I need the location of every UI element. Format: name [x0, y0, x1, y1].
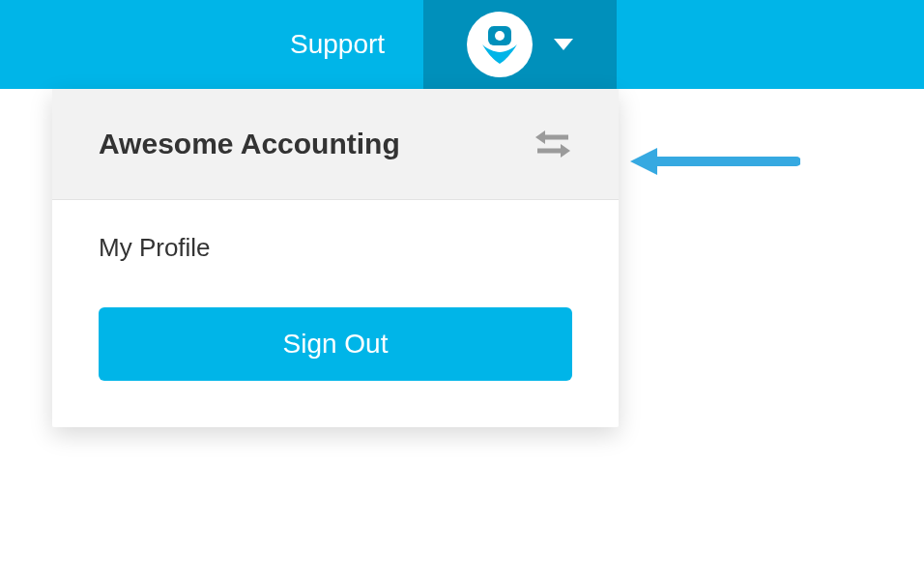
dropdown-body: My Profile Sign Out: [52, 200, 619, 427]
sign-out-button[interactable]: Sign Out: [99, 307, 572, 381]
account-menu-trigger[interactable]: [423, 0, 617, 89]
switch-icon: [534, 128, 572, 160]
dropdown-header: Awesome Accounting: [52, 89, 619, 200]
account-dropdown: Awesome Accounting My Profile Sign Out: [52, 89, 619, 427]
account-name: Awesome Accounting: [99, 128, 400, 160]
support-link[interactable]: Support: [290, 29, 385, 60]
annotation-arrow-icon: [626, 142, 800, 181]
my-profile-link[interactable]: My Profile: [99, 233, 572, 263]
svg-point-1: [495, 31, 505, 41]
chevron-down-icon: [554, 39, 573, 50]
topbar: Support: [0, 0, 924, 89]
avatar: [467, 12, 533, 77]
switch-account-button[interactable]: [534, 128, 572, 160]
person-location-icon: [476, 21, 523, 68]
